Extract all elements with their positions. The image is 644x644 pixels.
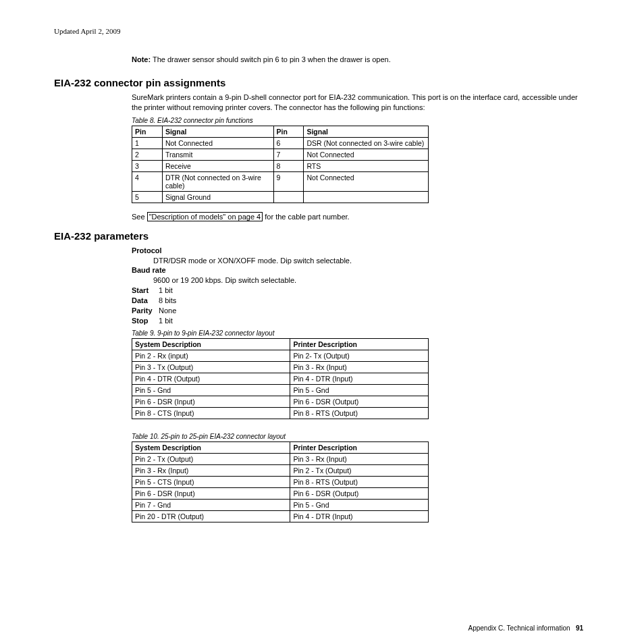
def-baud-value: 9600 or 19 200 kbps. Dip switch selectab… [153, 275, 590, 286]
def-data-label: Data [132, 296, 159, 306]
col-pin: Pin [132, 126, 163, 137]
def-protocol-label: Protocol [132, 246, 162, 254]
def-baud-label: Baud rate [132, 266, 166, 274]
table-row: Pin 5 - GndPin 5 - Gnd [132, 385, 429, 396]
col-system: System Description [132, 442, 290, 454]
table-row: Pin 8 - CTS (Input)Pin 8 - RTS (Output) [132, 408, 429, 419]
updated-date: Updated April 2, 2009 [54, 27, 590, 35]
section-body-parameters: Protocol DTR/DSR mode or XON/XOFF mode. … [132, 246, 590, 523]
table-row: Pin 5 - CTS (Input)Pin 8 - RTS (Output) [132, 477, 429, 488]
section-heading-pin-assignments: EIA-232 connector pin assignments [54, 77, 590, 88]
table-row: Pin 6 - DSR (Input)Pin 6 - DSR (Output) [132, 488, 429, 500]
table10-caption: Table 10. 25-pin to 25-pin EIA-232 conne… [132, 433, 590, 440]
def-data-value: 8 bits [159, 296, 176, 304]
table-row: 1Not Connected 6DSR (Not connected on 3-… [132, 137, 429, 149]
footer-text: Appendix C. Technical information [468, 624, 570, 632]
table-row: 2Transmit 7Not Connected [132, 149, 429, 160]
def-protocol-value: DTR/DSR mode or XON/XOFF mode. Dip switc… [153, 256, 590, 266]
table8: Pin Signal Pin Signal 1Not Connected 6DS… [132, 126, 429, 203]
table-row: Pin 2 - Rx (input)Pin 2- Tx (Output) [132, 350, 429, 362]
table-row: Pin 4 - DTR (Output)Pin 4 - DTR (Input) [132, 373, 429, 385]
crossref-link[interactable]: "Description of models" on page 4 [147, 212, 263, 221]
def-stop-label: Stop [132, 316, 159, 326]
def-start-value: 1 bit [159, 286, 173, 294]
table-header-row: Pin Signal Pin Signal [132, 126, 429, 137]
table-row: Pin 3 - Rx (Input)Pin 2 - Tx (Output) [132, 465, 429, 477]
note: Note: The drawer sensor should switch pi… [132, 55, 590, 63]
col-system: System Description [132, 339, 290, 350]
table-row: 4DTR (Not connected on 3-wire cable) 9No… [132, 171, 429, 191]
def-parity-value: None [159, 306, 176, 315]
col-signal: Signal [304, 126, 429, 137]
table-row: Pin 2 - Tx (Output)Pin 3 - Rx (Input) [132, 454, 429, 465]
page-number: 91 [576, 624, 583, 632]
page: Updated April 2, 2009 Note: The drawer s… [0, 0, 644, 547]
table-row: 3Receive 8RTS [132, 160, 429, 171]
table-header-row: System Description Printer Description [132, 442, 429, 454]
table-row: Pin 3 - Tx (Output)Pin 3 - Rx (Input) [132, 362, 429, 373]
table9-caption: Table 9. 9-pin to 9-pin EIA-232 connecto… [132, 329, 590, 337]
table-row: Pin 7 - GndPin 5 - Gnd [132, 500, 429, 511]
def-start-label: Start [132, 286, 159, 296]
col-printer: Printer Description [290, 339, 429, 350]
definition-list: Protocol DTR/DSR mode or XON/XOFF mode. … [132, 246, 590, 326]
table-header-row: System Description Printer Description [132, 339, 429, 350]
table10: System Description Printer Description P… [132, 441, 429, 522]
table-row: Pin 6 - DSR (Input)Pin 6 - DSR (Output) [132, 396, 429, 408]
note-label: Note: [132, 55, 151, 63]
col-printer: Printer Description [290, 442, 429, 454]
col-pin: Pin [273, 126, 304, 137]
def-stop-value: 1 bit [159, 317, 173, 325]
table8-caption: Table 8. EIA-232 connector pin functions [132, 117, 590, 124]
table-row: 5Signal Ground [132, 191, 429, 203]
section-heading-parameters: EIA-232 parameters [54, 230, 590, 242]
paragraph: SureMark printers contain a 9-pin D-shel… [132, 92, 590, 113]
section-body-pin-assignments: SureMark printers contain a 9-pin D-shel… [132, 92, 590, 221]
def-parity-label: Parity [132, 306, 159, 316]
col-signal: Signal [162, 126, 273, 137]
table-row: Pin 20 - DTR (Output)Pin 4 - DTR (Input) [132, 511, 429, 522]
table9: System Description Printer Description P… [132, 338, 429, 419]
see-reference: See "Description of models" on page 4 fo… [132, 213, 590, 221]
note-text: The drawer sensor should switch pin 6 to… [153, 55, 391, 63]
page-footer: Appendix C. Technical information 91 [0, 624, 644, 632]
